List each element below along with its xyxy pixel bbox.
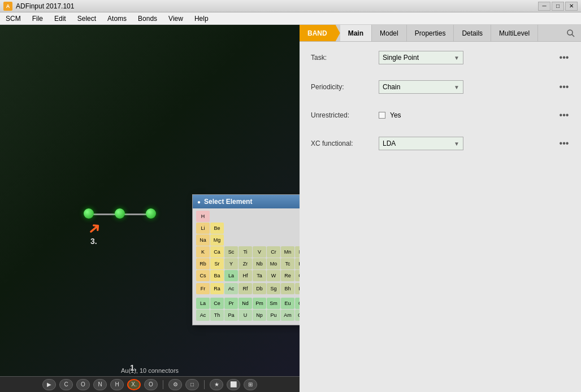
element-Tc[interactable]: Tc <box>281 258 294 269</box>
element-Th[interactable]: Th <box>210 310 224 321</box>
element-Mg[interactable]: Mg <box>210 234 224 246</box>
element-V[interactable]: V <box>253 246 266 258</box>
toolbar-n[interactable]: N <box>93 379 107 390</box>
element-Sg[interactable]: Sg <box>267 283 280 294</box>
element-La2[interactable]: La <box>196 298 210 309</box>
tab-bar: BAND Main Model Properties Details Multi… <box>300 25 581 42</box>
element-Pa[interactable]: Pa <box>224 310 238 321</box>
element-Nb[interactable]: Nb <box>253 258 266 269</box>
element-Rb[interactable]: Rb <box>196 258 210 269</box>
title-bar-text: ADFinput 2017.101 <box>16 2 538 10</box>
element-Np[interactable]: Np <box>253 310 266 321</box>
dialog-body: 2. H <box>193 208 300 325</box>
element-Ac[interactable]: Ac <box>224 283 238 294</box>
element-Pu[interactable]: Pu <box>267 310 280 321</box>
element-Cr[interactable]: Cr <box>267 246 280 258</box>
menu-select[interactable]: Select <box>72 12 102 24</box>
element-Pm[interactable]: Pm <box>253 298 266 309</box>
element-W[interactable]: W <box>267 270 280 281</box>
task-label: Task: <box>311 54 379 62</box>
task-more-button[interactable]: ••• <box>558 52 570 63</box>
element-Be[interactable]: Be <box>210 223 224 234</box>
element-Hs[interactable]: Hs <box>295 283 300 294</box>
toolbar-grid[interactable]: ⊞ <box>244 379 257 390</box>
pt-empty <box>295 211 300 222</box>
element-Ra[interactable]: Ra <box>210 283 224 294</box>
element-Cs[interactable]: Cs <box>196 270 210 281</box>
tab-details[interactable]: Details <box>454 25 491 41</box>
element-Sm[interactable]: Sm <box>267 298 280 309</box>
task-select[interactable]: Single Point ▼ <box>379 51 463 64</box>
element-Na[interactable]: Na <box>196 234 210 246</box>
element-Os[interactable]: Os <box>295 270 300 281</box>
element-Sr[interactable]: Sr <box>210 258 224 269</box>
element-Nd[interactable]: Nd <box>239 298 252 309</box>
element-Cm[interactable]: Cm <box>295 310 300 321</box>
xc-functional-more-button[interactable]: ••• <box>558 138 570 149</box>
toolbar-h[interactable]: H <box>110 379 124 390</box>
toolbar-o2[interactable]: O <box>144 379 158 390</box>
element-Y[interactable]: Y <box>224 258 238 269</box>
element-U[interactable]: U <box>239 310 252 321</box>
menu-atoms[interactable]: Atoms <box>102 12 132 24</box>
tab-properties[interactable]: Properties <box>407 25 454 41</box>
element-Ba[interactable]: Ba <box>210 270 224 281</box>
tab-model[interactable]: Model <box>372 25 407 41</box>
element-Db[interactable]: Db <box>253 283 266 294</box>
tab-multilevel[interactable]: MultiLevel <box>491 25 538 41</box>
element-Ti[interactable]: Ti <box>239 246 252 258</box>
minimize-button[interactable]: ─ <box>538 2 550 11</box>
element-Fr[interactable]: Fr <box>196 283 210 294</box>
tab-band[interactable]: BAND <box>300 25 340 41</box>
element-Zr[interactable]: Zr <box>239 258 252 269</box>
toolbar-c[interactable]: C <box>59 379 73 390</box>
maximize-button[interactable]: □ <box>552 2 564 11</box>
element-Ca[interactable]: Ca <box>210 246 224 258</box>
element-Eu[interactable]: Eu <box>281 298 294 309</box>
unrestricted-more-button[interactable]: ••• <box>558 110 570 121</box>
element-La[interactable]: La <box>224 270 238 281</box>
unrestricted-checkbox[interactable] <box>379 112 385 119</box>
menu-view[interactable]: View <box>163 12 189 24</box>
element-Ce[interactable]: Ce <box>210 298 224 309</box>
menu-scm[interactable]: SCM <box>0 12 27 24</box>
element-Mn[interactable]: Mn <box>281 246 294 258</box>
toolbar-o[interactable]: O <box>76 379 90 390</box>
element-Ac2[interactable]: Ac <box>196 310 210 321</box>
element-Ta[interactable]: Ta <box>253 270 266 281</box>
xc-functional-select[interactable]: LDA ▼ <box>379 137 463 150</box>
pt-empty <box>253 234 266 246</box>
element-Hf[interactable]: Hf <box>239 270 252 281</box>
element-Gd[interactable]: Gd <box>295 298 300 309</box>
element-Re[interactable]: Re <box>281 270 294 281</box>
menu-bar: SCM File Edit Select Atoms Bonds View He… <box>0 12 581 25</box>
element-Fe[interactable]: Fe <box>295 246 300 258</box>
element-Mo[interactable]: Mo <box>267 258 280 269</box>
toolbar-square[interactable]: □ <box>185 379 199 390</box>
toolbar-sel[interactable]: ⬜ <box>227 379 240 390</box>
menu-help[interactable]: Help <box>189 12 214 24</box>
menu-edit[interactable]: Edit <box>49 12 72 24</box>
element-Ru[interactable]: Ru <box>295 258 300 269</box>
toolbar-x[interactable]: X. <box>127 379 141 390</box>
toolbar-arrow[interactable]: ▶ <box>42 379 56 390</box>
element-H[interactable]: H <box>196 211 210 222</box>
element-Sc[interactable]: Sc <box>224 246 238 258</box>
toolbar-star[interactable]: ★ <box>210 379 223 390</box>
periodicity-select[interactable]: Chain ▼ <box>379 80 463 94</box>
select-element-dialog: ● Select Element ✕ 2. H <box>192 194 300 325</box>
element-K[interactable]: K <box>196 246 210 258</box>
periodicity-more-button[interactable]: ••• <box>558 81 570 93</box>
element-Pr[interactable]: Pr <box>224 298 238 309</box>
element-Rf[interactable]: Rf <box>239 283 252 294</box>
xc-functional-row: XC functional: LDA ▼ ••• <box>311 137 570 150</box>
menu-file[interactable]: File <box>27 12 49 24</box>
menu-bonds[interactable]: Bonds <box>132 12 163 24</box>
tab-main[interactable]: Main <box>340 25 372 41</box>
element-Bh[interactable]: Bh <box>281 283 294 294</box>
search-button[interactable] <box>561 25 581 41</box>
element-Li[interactable]: Li <box>196 223 210 234</box>
toolbar-gear[interactable]: ⚙ <box>168 379 182 390</box>
element-Am[interactable]: Am <box>281 310 294 321</box>
close-button[interactable]: ✕ <box>565 2 578 11</box>
